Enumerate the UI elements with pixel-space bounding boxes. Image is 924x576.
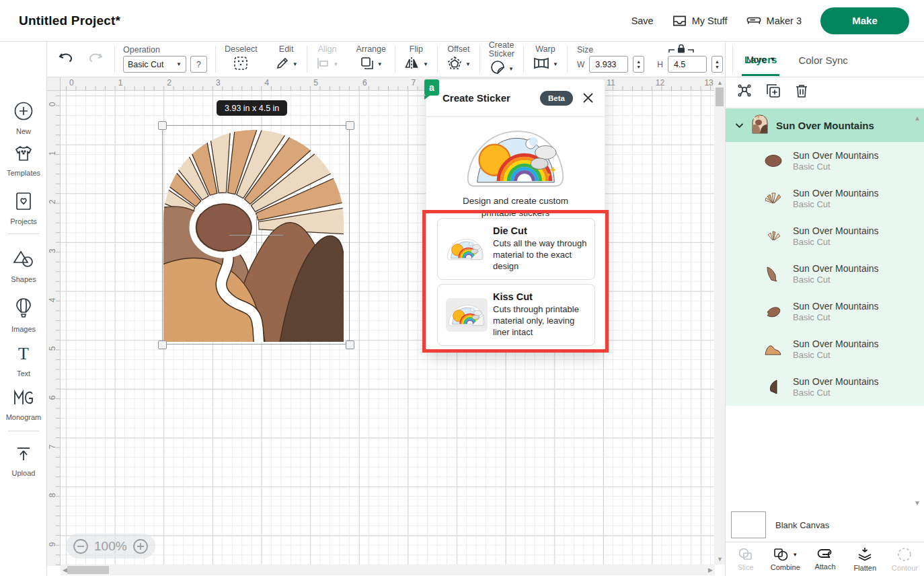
operation-select[interactable]: Basic Cut ▼: [123, 56, 186, 73]
action-label: Slice: [738, 563, 754, 571]
layer-row[interactable]: Sun Over MountainsBasic Cut: [726, 368, 924, 406]
inbox-icon: [672, 15, 687, 27]
action-label: Attach: [814, 563, 835, 571]
operation-help-button[interactable]: ?: [190, 56, 207, 73]
group-name: Sun Over Mountains: [776, 120, 874, 131]
canvas-area[interactable]: 012345678910111213 0123456789 3.93 in x …: [47, 77, 725, 576]
layer-row[interactable]: Sun Over MountainsBasic Cut: [726, 255, 924, 293]
sidebar-item-monogram[interactable]: Monogram: [0, 388, 47, 421]
scroll-right-icon[interactable]: ▶: [708, 567, 713, 573]
action-label: Flatten: [853, 564, 876, 572]
size-label: Size: [577, 46, 723, 55]
attach-icon: [816, 548, 834, 561]
sticker-peel-icon: [490, 59, 506, 78]
blank-canvas-thumbnail: [731, 511, 766, 538]
undo-icon[interactable]: [58, 50, 75, 68]
layer-row[interactable]: Sun Over MountainsBasic Cut: [726, 217, 924, 255]
resize-handle-bottom-left[interactable]: [158, 340, 167, 349]
layer-name: Sun Over Mountains: [793, 338, 879, 351]
sidebar-item-label: Projects: [10, 217, 37, 225]
scroll-left-icon[interactable]: ◀: [63, 567, 67, 573]
lock-icon[interactable]: [668, 44, 695, 56]
die-cut-option[interactable]: Die CutCuts all the way through material…: [437, 218, 595, 280]
layer-thumbnail-wave: [763, 265, 783, 283]
ruler-number: 11: [607, 78, 615, 87]
more-button[interactable]: More ▼: [733, 55, 790, 65]
height-stepper[interactable]: ▲▼: [711, 56, 723, 73]
deselect-icon: [233, 55, 249, 74]
option-description: Cuts through printable material only, le…: [493, 304, 588, 338]
save-button[interactable]: Save: [631, 15, 654, 26]
kiss-cut-option[interactable]: Kiss CutCuts through printable material …: [437, 284, 595, 346]
width-input[interactable]: 3.933: [589, 56, 628, 73]
layer-row[interactable]: Sun Over MountainsBasic Cut: [726, 180, 924, 217]
vertical-scrollbar[interactable]: ▲ ▼: [714, 77, 725, 565]
tab-color-sync[interactable]: Color Sync: [796, 44, 850, 75]
layers-toolbar: [726, 77, 924, 108]
operation-label: Operation: [123, 46, 207, 55]
width-stepper[interactable]: ▲▼: [633, 56, 644, 73]
sidebar-item-new[interactable]: New: [0, 101, 47, 135]
combine-button[interactable]: ▼Combine: [765, 542, 805, 576]
create-sticker-button[interactable]: Create Sticker ▼: [480, 41, 523, 77]
sidebar-item-images[interactable]: Images: [0, 297, 47, 333]
make-button[interactable]: Make: [820, 7, 909, 34]
scroll-down-icon[interactable]: ▼: [717, 556, 723, 563]
rainbow-sticker-illustration: [426, 117, 605, 190]
horizontal-scrollbar-thumb[interactable]: [67, 566, 109, 574]
arrange-button[interactable]: Arrange ▼: [347, 45, 394, 73]
resize-handle-bottom-right[interactable]: [346, 340, 354, 349]
my-stuff-button[interactable]: My Stuff: [672, 15, 728, 27]
blank-canvas-row[interactable]: Blank Canvas: [726, 508, 924, 542]
contour-button: Contour: [885, 542, 924, 576]
edit-button[interactable]: Edit ▼: [266, 45, 307, 73]
canvas-grid[interactable]: [61, 91, 715, 566]
selection-bounding-box[interactable]: [162, 125, 350, 345]
beta-badge: Beta: [540, 91, 573, 106]
vertical-scrollbar-thumb[interactable]: [716, 87, 724, 106]
height-label: H: [657, 60, 663, 69]
sidebar-item-upload[interactable]: Upload: [0, 444, 47, 477]
machine-select-button[interactable]: Maker 3: [746, 15, 802, 26]
layer-operation: Basic Cut: [793, 161, 879, 172]
height-input[interactable]: 4.5: [668, 56, 707, 73]
resize-handle-top-left[interactable]: [158, 121, 167, 130]
sidebar-item-shapes[interactable]: Shapes: [0, 249, 47, 283]
warp-button[interactable]: Warp ▼: [524, 45, 567, 73]
flip-button[interactable]: Flip ▼: [395, 45, 437, 73]
flatten-button[interactable]: Flatten: [845, 542, 885, 576]
layer-row[interactable]: Sun Over MountainsBasic Cut: [726, 330, 924, 368]
offset-button[interactable]: Offset ▼: [438, 45, 479, 73]
redo-icon[interactable]: [86, 50, 104, 68]
duplicate-icon[interactable]: [765, 83, 781, 102]
sidebar-item-projects[interactable]: Projects: [0, 191, 47, 225]
sidebar-item-templates[interactable]: Templates: [0, 144, 47, 177]
panel-scroll-up-icon[interactable]: ▲: [914, 114, 921, 122]
ruler-number: 0: [48, 100, 57, 109]
layer-name: Sun Over Mountains: [793, 301, 879, 313]
layer-row[interactable]: Sun Over MountainsBasic Cut: [726, 293, 924, 330]
sidebar-item-text[interactable]: TText: [0, 345, 47, 377]
chevron-down-icon[interactable]: [735, 119, 744, 131]
deselect-button[interactable]: Deselect: [216, 45, 266, 73]
delete-icon[interactable]: [794, 83, 809, 102]
edit-toolbar: Operation Basic Cut ▼ ? Deselect Edit ▼ …: [47, 42, 725, 77]
attach-button[interactable]: Attach: [805, 542, 845, 576]
chevron-down-icon: ▼: [770, 56, 776, 63]
sidebar-item-label: Monogram: [6, 413, 42, 421]
shapes-icon: [13, 249, 34, 272]
scroll-up-icon[interactable]: ▲: [717, 79, 723, 86]
svg-text:T: T: [18, 345, 29, 363]
layer-name: Sun Over Mountains: [793, 225, 879, 238]
zoom-out-icon[interactable]: [73, 538, 89, 554]
layer-group-row[interactable]: Sun Over Mountains: [726, 108, 924, 142]
layer-row[interactable]: Sun Over MountainsBasic Cut: [726, 142, 924, 180]
group-thumbnail: [750, 113, 769, 137]
layer-name: Sun Over Mountains: [793, 376, 879, 388]
group-icon[interactable]: [736, 83, 753, 102]
resize-handle-top-right[interactable]: [346, 121, 354, 130]
close-icon[interactable]: [582, 92, 594, 104]
horizontal-scrollbar[interactable]: ◀ ▶: [61, 565, 715, 575]
panel-scroll-down-icon[interactable]: ▼: [914, 499, 921, 507]
zoom-in-icon[interactable]: [132, 538, 149, 554]
